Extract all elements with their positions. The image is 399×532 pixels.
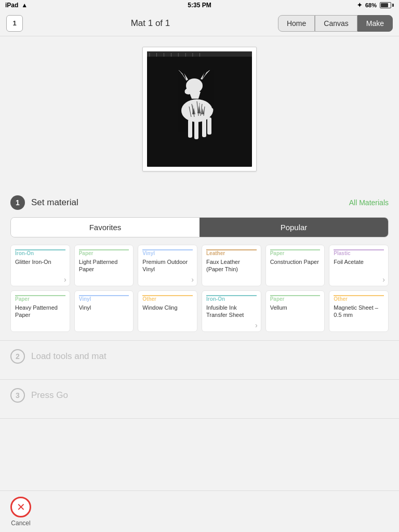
main-content: | | | | | | | | bbox=[0, 36, 399, 490]
material-card[interactable]: PaperHeavy Patterned Paper bbox=[10, 290, 70, 332]
all-materials-link[interactable]: All Materials bbox=[349, 198, 389, 207]
material-category: Paper bbox=[15, 295, 65, 302]
step-2-label: Load tools and mat bbox=[31, 351, 107, 362]
material-card[interactable]: PaperConstruction Paper bbox=[265, 245, 325, 286]
svg-rect-3 bbox=[194, 119, 198, 139]
mat-number: 1 bbox=[12, 19, 16, 27]
step-1-label: Set material bbox=[31, 197, 78, 208]
nav-action-buttons: Home Canvas Make bbox=[278, 15, 393, 32]
svg-rect-4 bbox=[202, 118, 206, 137]
mat-preview-area: | | | | | | | | bbox=[0, 36, 399, 187]
material-category: Iron-On bbox=[15, 249, 65, 256]
material-name: Window Cling bbox=[142, 304, 193, 311]
status-bar: iPad ▲ 5:35 PM ✦ 68% bbox=[0, 0, 399, 10]
canvas-button[interactable]: Canvas bbox=[315, 15, 357, 32]
bluetooth-icon: ✦ bbox=[357, 2, 362, 9]
material-category: Paper bbox=[270, 295, 321, 302]
material-card[interactable]: PaperVellum bbox=[265, 290, 325, 332]
make-button[interactable]: Make bbox=[357, 15, 393, 32]
material-category: Vinyl bbox=[142, 249, 193, 256]
material-tabs: Favorites Popular bbox=[10, 217, 389, 237]
step-3-header: 3 Press Go bbox=[10, 388, 389, 403]
step-1-header: 1 Set material All Materials bbox=[10, 195, 389, 210]
mat-inner: | | | | | | | | bbox=[147, 51, 252, 167]
tab-popular[interactable]: Popular bbox=[200, 218, 388, 237]
step-1-circle: 1 bbox=[10, 195, 25, 210]
moose-image bbox=[166, 68, 233, 151]
material-name: Glitter Iron-On bbox=[15, 258, 65, 265]
material-card[interactable]: VinylPremium Outdoor Vinyl› bbox=[138, 245, 197, 286]
step-3-circle: 3 bbox=[10, 388, 25, 403]
material-category: Other bbox=[334, 295, 384, 302]
material-name: Infusible Ink Transfer Sheet bbox=[206, 304, 257, 319]
step-2-header: 2 Load tools and mat bbox=[10, 349, 389, 364]
material-card[interactable]: LeatherFaux Leather (Paper Thin) bbox=[202, 245, 261, 286]
material-category: Leather bbox=[206, 249, 257, 256]
material-card[interactable]: Iron-OnInfusible Ink Transfer Sheet› bbox=[202, 290, 261, 332]
mat-number-box: 1 bbox=[6, 15, 23, 32]
material-more-icon: › bbox=[64, 275, 66, 284]
material-more-icon: › bbox=[255, 321, 258, 329]
svg-rect-5 bbox=[207, 117, 211, 135]
step-2-section: 2 Load tools and mat bbox=[0, 341, 399, 380]
bottom-bar: ✕ Cancel bbox=[0, 490, 399, 532]
battery-percent: 68% bbox=[365, 2, 377, 8]
material-card[interactable]: PlasticFoil Acetate› bbox=[329, 245, 389, 286]
material-name: Magnetic Sheet – 0.5 mm bbox=[334, 304, 384, 319]
material-name: Vellum bbox=[270, 304, 321, 311]
material-category: Paper bbox=[79, 249, 129, 256]
cancel-label: Cancel bbox=[11, 520, 30, 527]
home-button[interactable]: Home bbox=[278, 15, 315, 32]
material-name: Vinyl bbox=[79, 304, 129, 311]
material-grid: Iron-OnGlitter Iron-On›PaperLight Patter… bbox=[10, 245, 389, 332]
material-name: Light Patterned Paper bbox=[79, 258, 129, 273]
material-more-icon: › bbox=[191, 275, 194, 284]
material-category: Iron-On bbox=[206, 295, 257, 302]
material-name: Premium Outdoor Vinyl bbox=[142, 258, 193, 273]
status-time: 5:35 PM bbox=[188, 2, 211, 9]
nav-bar: 1 Mat 1 of 1 Home Canvas Make bbox=[0, 10, 399, 36]
material-category: Paper bbox=[270, 249, 321, 256]
step-3-section: 3 Press Go bbox=[0, 380, 399, 419]
material-name: Heavy Patterned Paper bbox=[15, 304, 65, 319]
material-name: Construction Paper bbox=[270, 258, 321, 265]
material-card[interactable]: PaperLight Patterned Paper bbox=[74, 245, 134, 286]
material-name: Faux Leather (Paper Thin) bbox=[206, 258, 257, 273]
tab-favorites[interactable]: Favorites bbox=[11, 218, 200, 237]
material-card[interactable]: Iron-OnGlitter Iron-On› bbox=[10, 245, 70, 286]
material-card[interactable]: OtherMagnetic Sheet – 0.5 mm bbox=[329, 290, 389, 332]
wifi-icon: ▲ bbox=[21, 2, 28, 9]
cancel-icon: ✕ bbox=[10, 497, 31, 517]
mat-preview: | | | | | | | | bbox=[142, 47, 257, 171]
carrier-label: iPad bbox=[5, 2, 18, 9]
material-card[interactable]: OtherWindow Cling bbox=[138, 290, 197, 332]
svg-rect-2 bbox=[188, 119, 192, 138]
material-category: Plastic bbox=[334, 249, 384, 256]
battery-icon bbox=[380, 2, 394, 8]
material-category: Other bbox=[142, 295, 193, 302]
cancel-x-icon: ✕ bbox=[17, 502, 25, 512]
step-1-section: 1 Set material All Materials Favorites P… bbox=[0, 187, 399, 341]
nav-title: Mat 1 of 1 bbox=[131, 18, 170, 29]
step-3-label: Press Go bbox=[31, 390, 68, 401]
cancel-button[interactable]: ✕ Cancel bbox=[10, 497, 31, 527]
material-card[interactable]: VinylVinyl bbox=[74, 290, 134, 332]
material-name: Foil Acetate bbox=[334, 258, 384, 265]
material-more-icon: › bbox=[382, 275, 385, 284]
material-category: Vinyl bbox=[79, 295, 129, 302]
step-2-circle: 2 bbox=[10, 349, 25, 364]
